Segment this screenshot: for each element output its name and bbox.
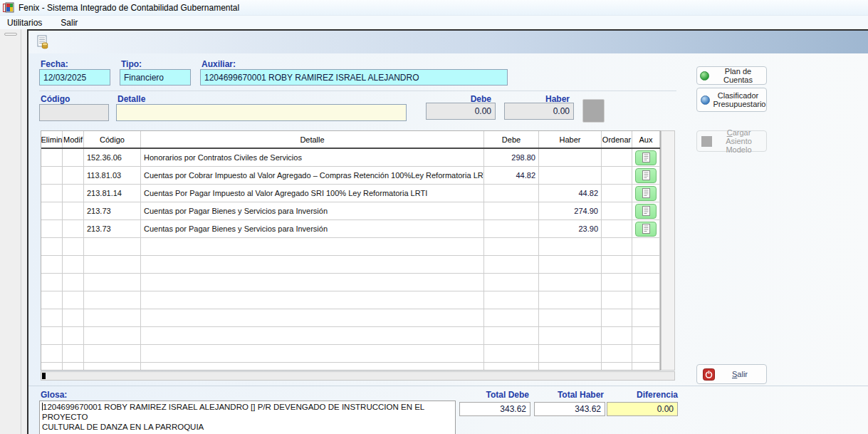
detalle-input[interactable] xyxy=(116,104,407,121)
aux-button[interactable] xyxy=(635,168,657,183)
cell-codigo: 213.81.14 xyxy=(84,185,141,202)
cargar-asiento-modelo-button[interactable]: Cargar Asiento Modelo xyxy=(696,130,767,152)
aux-button[interactable] xyxy=(635,186,657,201)
cell-ordenar[interactable] xyxy=(602,220,632,238)
cell-elimin[interactable] xyxy=(41,220,63,238)
toolbar xyxy=(28,31,868,53)
cell-modif[interactable] xyxy=(63,202,84,220)
header-debe[interactable]: Debe xyxy=(484,131,539,148)
debe-input[interactable]: 0.00 xyxy=(426,103,496,120)
header-haber[interactable]: Haber xyxy=(539,131,602,148)
plan-de-cuentas-button[interactable]: Plan de Cuentas xyxy=(696,66,767,85)
table-row[interactable]: 213.81.14 Cuentas Por Pagar Impuesto al … xyxy=(41,185,660,202)
cell-haber: 23.90 xyxy=(539,220,602,238)
table-row-empty[interactable] xyxy=(41,309,660,327)
table-row-empty[interactable] xyxy=(41,256,660,274)
header-elimin[interactable]: Elimin xyxy=(41,131,63,148)
aux-button[interactable] xyxy=(635,204,657,219)
note-icon xyxy=(642,224,650,234)
cell-ordenar[interactable] xyxy=(602,202,632,220)
cell-modif[interactable] xyxy=(63,167,84,185)
cell-detalle: Honorarios por Contratos Civiles de Serv… xyxy=(141,149,484,167)
aux-button[interactable] xyxy=(635,222,657,237)
header-modif[interactable]: Modif xyxy=(63,131,84,148)
table-row-empty[interactable] xyxy=(41,345,660,363)
new-entry-button[interactable] xyxy=(34,33,51,51)
table-row-empty[interactable] xyxy=(41,238,660,256)
table-row-empty[interactable] xyxy=(41,274,660,291)
app-icon xyxy=(3,2,14,14)
detalle-label: Detalle xyxy=(117,94,145,104)
table-row[interactable]: 152.36.06 Honorarios por Contratos Civil… xyxy=(41,149,660,167)
cell-debe: 44.82 xyxy=(484,167,539,185)
table-row[interactable]: 213.73 Cuentas por Pagar Bienes y Servic… xyxy=(41,202,660,220)
haber-input[interactable]: 0.00 xyxy=(504,103,574,120)
table-vertical-scrollbar[interactable] xyxy=(661,130,675,371)
table-row-empty[interactable] xyxy=(41,327,660,345)
diferencia-field: 0.00 xyxy=(607,402,678,416)
tipo-field[interactable]: Financiero xyxy=(120,69,191,86)
cell-codigo: 152.36.06 xyxy=(84,149,141,167)
codigo-input[interactable] xyxy=(39,104,109,121)
app-window: Fenix - Sistema Integrado de Contabilida… xyxy=(0,0,868,434)
salir-label: Salir xyxy=(732,370,748,378)
header-detalle[interactable]: Detalle xyxy=(141,131,484,148)
table-row-empty[interactable] xyxy=(41,291,660,309)
table-horizontal-scrollbar[interactable] xyxy=(41,371,675,381)
cell-modif[interactable] xyxy=(63,185,84,202)
cell-haber xyxy=(539,149,602,167)
cell-codigo: 213.73 xyxy=(84,220,141,238)
cell-haber xyxy=(539,167,602,185)
table-row[interactable]: 213.73 Cuentas por Pagar Bienes y Servic… xyxy=(41,220,660,238)
table-row-empty[interactable] xyxy=(41,363,660,371)
aux-button[interactable] xyxy=(635,150,657,165)
cargar-asiento-label: Cargar Asiento Modelo xyxy=(716,128,763,154)
cell-detalle: Cuentas por Pagar Bienes y Servicios par… xyxy=(141,220,484,238)
codigo-label: Código xyxy=(41,94,70,104)
cell-modif[interactable] xyxy=(63,149,84,167)
table-row[interactable]: 113.81.03 Cuentas por Cobrar Impuesto al… xyxy=(41,167,660,185)
fecha-label: Fecha: xyxy=(41,59,68,69)
scrollbar-thumb[interactable] xyxy=(42,373,46,379)
plan-de-cuentas-label: Plan de Cuentas xyxy=(713,67,763,84)
menu-utilitarios[interactable]: Utilitarios xyxy=(6,17,43,29)
cell-debe xyxy=(484,220,539,238)
cell-detalle: Cuentas por Cobrar Impuesto al Valor Agr… xyxy=(141,167,484,185)
diferencia-label: Diferencia xyxy=(607,390,678,400)
window-title: Fenix - Sistema Integrado de Contabilida… xyxy=(19,3,239,13)
cell-haber: 44.82 xyxy=(539,185,602,202)
total-haber-field: 343.62 xyxy=(534,402,605,416)
cell-modif[interactable] xyxy=(63,220,84,238)
header-ordenar[interactable]: Ordenar xyxy=(602,131,632,148)
auxiliar-field[interactable]: 1204699670001 ROBY RAMIREZ ISRAEL ALEJAN… xyxy=(200,69,508,86)
add-entry-button[interactable] xyxy=(582,99,605,123)
cell-ordenar[interactable] xyxy=(602,149,632,167)
menu-salir[interactable]: Salir xyxy=(59,17,79,29)
glosa-textarea[interactable]: 1204699670001 ROBY RAMIREZ ISRAEL ALEJAN… xyxy=(39,401,456,434)
note-icon xyxy=(642,206,650,216)
total-haber-label: Total Haber xyxy=(533,390,604,400)
blue-sphere-icon xyxy=(701,95,710,105)
header-aux[interactable]: Aux xyxy=(632,131,660,148)
cell-elimin[interactable] xyxy=(41,167,63,185)
cell-debe xyxy=(484,185,539,202)
total-debe-label: Total Debe xyxy=(458,390,529,400)
collapsed-side-panel[interactable] xyxy=(0,29,21,434)
cell-elimin[interactable] xyxy=(41,185,63,202)
cell-elimin[interactable] xyxy=(41,202,63,220)
fecha-field[interactable]: 12/03/2025 xyxy=(39,69,110,86)
document-coins-icon xyxy=(36,35,50,49)
salir-button[interactable]: Salir xyxy=(696,364,767,384)
green-sphere-icon xyxy=(700,71,709,81)
title-bar: Fenix - Sistema Integrado de Contabilida… xyxy=(0,0,868,16)
cell-debe: 298.80 xyxy=(484,149,539,167)
clasificador-presupuestario-button[interactable]: Clasificador Presupuestario xyxy=(696,88,767,112)
splitter-handle[interactable] xyxy=(4,33,17,36)
header-codigo[interactable]: Código xyxy=(84,131,141,148)
cell-ordenar[interactable] xyxy=(602,167,632,185)
footer-separator xyxy=(28,386,868,386)
cell-codigo: 213.73 xyxy=(84,202,141,220)
cell-detalle: Cuentas por Pagar Bienes y Servicios par… xyxy=(141,202,484,220)
cell-ordenar[interactable] xyxy=(602,185,632,202)
cell-elimin[interactable] xyxy=(41,149,63,167)
